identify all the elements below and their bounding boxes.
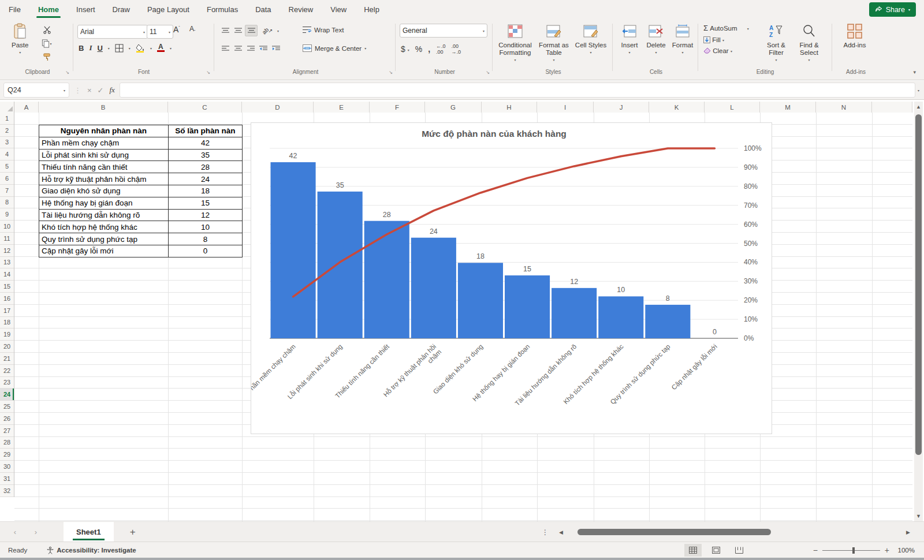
italic-button[interactable]: I (89, 43, 92, 53)
insert-function-button[interactable]: fx (110, 85, 115, 95)
confirm-entry-button[interactable]: ✓ (98, 86, 104, 95)
formula-options-icon[interactable]: ⋮ (74, 86, 81, 95)
format-cells-button[interactable]: Format ▾ (670, 23, 695, 57)
column-header-partial[interactable] (872, 102, 912, 113)
pareto-bar[interactable] (364, 221, 409, 338)
next-sheet-arrow-icon[interactable]: › (25, 528, 46, 536)
formula-input[interactable] (120, 83, 915, 98)
tab-scrollbar-splitter-icon[interactable]: ⋮ (542, 528, 549, 536)
cell-styles-button[interactable]: Cell Styles ▾ (574, 23, 608, 57)
format-as-table-button[interactable]: Format as Table ▾ (536, 23, 572, 64)
cell-count[interactable]: 42 (169, 137, 243, 149)
cell-cause[interactable]: Tài liệu hướng dẫn không rõ (39, 209, 169, 221)
row-header-2[interactable]: 2 (0, 125, 14, 137)
row-header-6[interactable]: 6 (0, 173, 14, 185)
column-header-K[interactable]: K (649, 102, 705, 113)
scroll-down-arrow-icon[interactable]: ▼ (914, 513, 923, 519)
menu-tab-file[interactable]: File (0, 0, 29, 19)
cell-cause[interactable]: Quy trình sử dụng phức tạp (39, 233, 169, 245)
pareto-bar[interactable] (318, 192, 363, 338)
column-header-H[interactable]: H (482, 102, 537, 113)
menu-tab-draw[interactable]: Draw (104, 0, 139, 19)
clipboard-dialog-launcher[interactable]: ↘ (65, 70, 69, 75)
row-header-16[interactable]: 16 (0, 293, 14, 305)
table-header-cell[interactable]: Nguyên nhân phàn nàn (39, 125, 169, 137)
row-header-26[interactable]: 26 (0, 413, 14, 425)
borders-button[interactable] (115, 44, 124, 53)
number-dialog-launcher[interactable]: ↘ (486, 70, 490, 75)
underline-chevron-icon[interactable]: ▾ (108, 46, 110, 50)
format-painter-button[interactable] (40, 51, 53, 63)
paste-button[interactable]: Paste ▾ (12, 23, 28, 57)
row-header-1[interactable]: 1 (0, 113, 14, 125)
cell-count[interactable]: 0 (169, 245, 243, 257)
font-family-select[interactable]: Arial▾ (77, 25, 148, 39)
row-header-12[interactable]: 12 (0, 245, 14, 257)
decrease-decimal-button[interactable]: .00→.0 (452, 43, 461, 55)
share-button[interactable]: Share ▾ (869, 2, 916, 17)
horizontal-scroll-thumb[interactable] (578, 529, 771, 535)
column-header-G[interactable]: G (425, 102, 482, 113)
middle-align-button[interactable] (232, 25, 244, 36)
comma-button[interactable]: , (428, 44, 430, 54)
font-color-button[interactable]: A (157, 44, 165, 52)
row-header-8[interactable]: 8 (0, 197, 14, 209)
cell-cause[interactable]: Hệ thống hay bị gián đoạn (39, 197, 169, 209)
cut-button[interactable] (40, 24, 53, 35)
scroll-left-arrow-icon[interactable]: ◀ (559, 529, 567, 535)
zoom-slider[interactable] (822, 550, 880, 551)
addins-button[interactable]: Add-ins (839, 23, 871, 49)
row-header-5[interactable]: 5 (0, 160, 14, 173)
select-all-corner[interactable] (0, 102, 14, 113)
cell-cause[interactable]: Thiếu tính năng cần thiết (39, 161, 169, 173)
normal-view-button[interactable] (684, 544, 702, 557)
cell-cause[interactable]: Lỗi phát sinh khi sử dụng (39, 149, 169, 161)
merge-center-button[interactable]: Merge & Center ▾ (303, 44, 366, 52)
top-align-button[interactable] (219, 25, 231, 36)
menu-tab-data[interactable]: Data (247, 0, 280, 19)
orientation-button[interactable]: ab↗ (259, 25, 276, 36)
align-right-button[interactable] (245, 43, 256, 54)
row-header-28[interactable]: 28 (0, 437, 14, 449)
menu-tab-page-layout[interactable]: Page Layout (139, 0, 198, 19)
fill-button[interactable]: Fill ▾ (703, 36, 749, 43)
cell-count[interactable]: 12 (169, 209, 243, 221)
delete-cells-button[interactable]: Delete ▾ (643, 23, 669, 57)
underline-button[interactable]: U (97, 44, 102, 53)
collapse-ribbon-chevron-icon[interactable]: ▾ (913, 69, 916, 75)
cell-count[interactable]: 35 (169, 149, 243, 161)
decrease-indent-button[interactable] (258, 43, 269, 54)
zoom-out-button[interactable]: − (813, 546, 818, 555)
find-select-button[interactable]: Find & Select ▾ (793, 23, 825, 64)
bottom-align-button[interactable] (245, 25, 258, 36)
column-header-A[interactable]: A (14, 102, 39, 113)
increase-indent-button[interactable] (270, 43, 282, 54)
column-header-N[interactable]: N (816, 102, 872, 113)
pareto-bar[interactable] (458, 263, 503, 338)
row-header-3[interactable]: 3 (0, 137, 14, 149)
cell-count[interactable]: 8 (169, 233, 243, 245)
menu-tab-formulas[interactable]: Formulas (198, 0, 247, 19)
accessibility-status[interactable]: Accessibility: Investigate (47, 547, 136, 554)
row-header-14[interactable]: 14 (0, 268, 14, 281)
row-header-4[interactable]: 4 (0, 148, 14, 160)
cell-cause[interactable]: Hỗ trợ kỹ thuật phản hồi chậm (39, 173, 169, 185)
column-header-C[interactable]: C (168, 102, 242, 113)
pareto-bar[interactable] (598, 296, 643, 338)
sort-filter-button[interactable]: AZ Sort & Filter ▾ (761, 23, 791, 64)
column-header-D[interactable]: D (242, 102, 314, 113)
zoom-in-button[interactable]: + (885, 546, 889, 555)
pareto-chart[interactable]: Mức độ phàn nàn của khách hàng 0%10%20%3… (251, 122, 772, 434)
row-header-11[interactable]: 11 (0, 233, 14, 245)
fill-color-chevron-icon[interactable]: ▾ (150, 46, 152, 50)
menu-tab-home[interactable]: Home (29, 0, 68, 19)
pareto-bar[interactable] (271, 162, 316, 338)
autosum-button[interactable]: Σ AutoSum ▾ (703, 24, 749, 32)
pareto-bar[interactable] (552, 288, 597, 338)
cell-count[interactable]: 15 (169, 197, 243, 209)
column-header-F[interactable]: F (370, 102, 425, 113)
row-header-15[interactable]: 15 (0, 281, 14, 293)
bold-button[interactable]: B (79, 44, 84, 53)
insert-cells-button[interactable]: Insert ▾ (617, 23, 642, 57)
cell-cause[interactable]: Giao diện khó sử dụng (39, 185, 169, 197)
